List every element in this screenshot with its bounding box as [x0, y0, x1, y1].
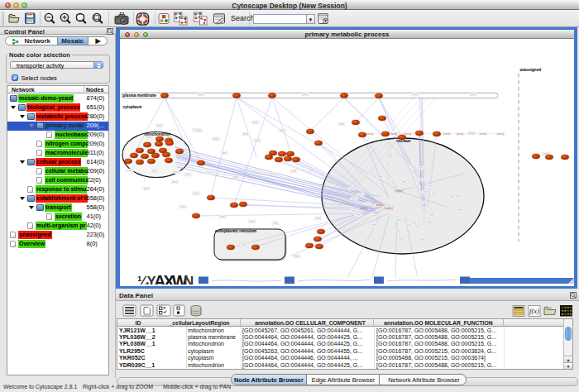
- svg-text:[nnnn]: [nnnn]: [366, 132, 374, 136]
- svg-text:[nnn]: [nnn]: [432, 192, 437, 195]
- svg-text:[nnn]: [nnn]: [196, 129, 201, 132]
- svg-text:[nnn]: [nnn]: [207, 171, 212, 174]
- svg-text:[nnnn]: [nnnn]: [457, 132, 464, 136]
- svg-text:[nnnn]: [nnnn]: [480, 132, 487, 136]
- svg-text:[nnn]: [nnn]: [303, 93, 308, 96]
- svg-text:[nnn]: [nnn]: [174, 170, 179, 174]
- svg-text:[nnn]: [nnn]: [413, 93, 418, 96]
- svg-text:[nnn]: [nnn]: [469, 131, 474, 135]
- svg-text:[nnn]: [nnn]: [222, 151, 227, 155]
- svg-text:[nnn]: [nnn]: [213, 137, 218, 141]
- svg-text:[nnn]: [nnn]: [399, 237, 404, 241]
- svg-text:[nnn]: [nnn]: [349, 187, 354, 190]
- svg-text:[nnn]: [nnn]: [250, 220, 255, 223]
- svg-text:f(x): f(x): [529, 307, 539, 315]
- svg-text:[nnn]: [nnn]: [241, 243, 246, 246]
- svg-text:[nnn]: [nnn]: [180, 205, 185, 208]
- svg-text:endoplasmic reticulum: endoplasmic reticulum: [215, 229, 256, 233]
- svg-text:[nnn]: [nnn]: [428, 173, 433, 176]
- svg-text:[nnn]: [nnn]: [172, 180, 177, 184]
- svg-text:[nnn]: [nnn]: [411, 165, 416, 169]
- svg-text:[nnn]: [nnn]: [450, 195, 455, 198]
- svg-text:[nnn]: [nnn]: [280, 129, 285, 132]
- svg-text:[nn][nn]: [nn][nn]: [395, 189, 403, 193]
- svg-text:[nnn]: [nnn]: [220, 215, 225, 218]
- svg-text:[nnn]: [nnn]: [144, 187, 149, 190]
- svg-text:[nnn]: [nnn]: [273, 222, 278, 225]
- svg-text:[nnn]: [nnn]: [366, 202, 371, 205]
- svg-text:[nnn]: [nnn]: [255, 139, 260, 142]
- svg-text:[nnn]: [nnn]: [457, 194, 462, 198]
- svg-text:[nnn]: [nnn]: [429, 213, 434, 217]
- svg-text:N: N: [184, 274, 194, 284]
- svg-text:[nnn]: [nnn]: [152, 170, 157, 173]
- svg-text:[nnn]: [nnn]: [428, 221, 433, 224]
- svg-text:[nnn]: [nnn]: [418, 201, 423, 204]
- svg-text:[nnn]: [nnn]: [194, 192, 199, 195]
- svg-text:[nnn]: [nnn]: [253, 121, 258, 124]
- svg-text:[nnn]: [nnn]: [309, 169, 314, 172]
- svg-text:[nnn]: [nnn]: [371, 223, 376, 227]
- svg-text:[nnn]: [nnn]: [291, 170, 296, 173]
- svg-text:[nnnn]: [nnnn]: [497, 132, 505, 136]
- svg-text:[nnn]: [nnn]: [352, 197, 356, 200]
- svg-text:mitochondrion: mitochondrion: [144, 132, 170, 136]
- svg-text:[nnnn]: [nnnn]: [390, 132, 398, 136]
- svg-text:[nnn]: [nnn]: [415, 225, 420, 228]
- svg-text:[nnn]: [nnn]: [146, 136, 151, 139]
- svg-text:[nn][nn]: [nn][nn]: [385, 207, 393, 210]
- svg-text:[nnn]: [nnn]: [316, 217, 321, 220]
- svg-text:[nnn]: [nnn]: [356, 213, 361, 217]
- svg-text:[nnn]: [nnn]: [243, 132, 248, 136]
- svg-text:[nnn]: [nnn]: [378, 175, 383, 179]
- svg-text:[nnn]: [nnn]: [366, 172, 371, 175]
- svg-text:[nnnn]: [nnnn]: [404, 132, 412, 136]
- svg-text:[nn][nn]: [nn][nn]: [376, 203, 385, 207]
- svg-text:AXW: AXW: [154, 272, 188, 284]
- svg-text:[nnn]: [nnn]: [387, 154, 392, 157]
- svg-text:[nnnn]: [nnnn]: [443, 132, 451, 136]
- svg-text:[nnn]: [nnn]: [294, 255, 299, 258]
- svg-text:[nnn]: [nnn]: [471, 93, 476, 96]
- svg-text:[nnn]: [nnn]: [418, 166, 423, 170]
- svg-text:[nnn]: [nnn]: [372, 214, 377, 218]
- svg-text:[nnn]: [nnn]: [185, 173, 190, 176]
- svg-text:unassigned: unassigned: [520, 68, 542, 72]
- svg-text:[nnn]: [nnn]: [127, 169, 132, 172]
- svg-text:[nnn]: [nnn]: [457, 208, 462, 212]
- svg-text:[nnn]: [nnn]: [199, 93, 203, 96]
- svg-text:[nnn]: [nnn]: [428, 184, 433, 188]
- svg-text:[nnn]: [nnn]: [423, 190, 428, 194]
- svg-text:[nnn]: [nnn]: [358, 193, 363, 196]
- svg-text:[nnn]: [nnn]: [270, 172, 275, 175]
- svg-text:[nnn]: [nnn]: [396, 218, 401, 222]
- svg-text:cytoplasm: cytoplasm: [123, 105, 142, 109]
- svg-text:[nnn]: [nnn]: [157, 124, 162, 127]
- svg-text:[nnn]: [nnn]: [419, 238, 424, 241]
- svg-text:[nnn]: [nnn]: [361, 220, 366, 223]
- svg-text:[nnn]: [nnn]: [385, 163, 390, 166]
- svg-text:[nnn]: [nnn]: [233, 175, 238, 179]
- svg-text:[nnn]: [nnn]: [402, 180, 407, 184]
- svg-text:[nnn]: [nnn]: [414, 185, 419, 189]
- svg-text:[nnn]: [nnn]: [339, 122, 344, 126]
- svg-text:[nnn]: [nnn]: [411, 222, 416, 225]
- svg-text:[nnn]: [nnn]: [421, 207, 426, 210]
- svg-text:[nnn]: [nnn]: [352, 209, 356, 213]
- svg-text:[nnn]: [nnn]: [395, 230, 400, 233]
- svg-text:[nn][nn]: [nn][nn]: [360, 207, 368, 210]
- svg-text:[nnn]: [nnn]: [386, 177, 391, 180]
- svg-text:[nnn]: [nnn]: [419, 178, 423, 181]
- svg-text:plasma membrane: plasma membrane: [123, 93, 157, 98]
